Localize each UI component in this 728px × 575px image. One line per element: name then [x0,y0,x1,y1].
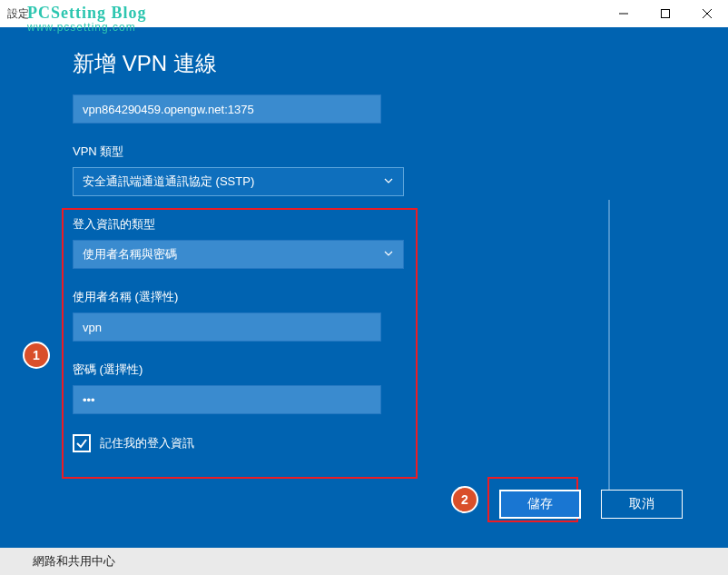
page-title: 新增 VPN 連線 [0,49,728,78]
signin-type-label: 登入資訊的類型 [73,216,472,233]
vpn-form: VPN 類型 安全通訊端通道通訊協定 (SSTP) 登入資訊的類型 使用者名稱與… [0,94,472,452]
window-title: 設定 [7,6,29,22]
server-input[interactable] [73,94,381,124]
annotation-badge-1: 1 [23,342,50,369]
window-controls [603,0,728,27]
titlebar: 設定 [0,0,728,27]
username-label: 使用者名稱 (選擇性) [73,289,472,305]
remember-checkbox[interactable] [73,434,91,452]
close-button[interactable] [686,0,728,27]
footer-text: 網路和共用中心 [33,553,115,570]
signin-type-group: 登入資訊的類型 使用者名稱與密碼 [73,216,472,269]
scrollbar[interactable] [608,200,610,491]
footer-strip: 網路和共用中心 [0,548,728,575]
username-input[interactable] [73,312,381,342]
cancel-button[interactable]: 取消 [601,490,683,519]
signin-type-value: 使用者名稱與密碼 [83,246,177,263]
password-label: 密碼 (選擇性) [73,362,472,378]
password-group: 密碼 (選擇性) [73,362,472,414]
username-group: 使用者名稱 (選擇性) [73,289,472,342]
chevron-down-icon [383,175,394,189]
vpn-type-label: VPN 類型 [73,144,472,160]
minimize-button[interactable] [603,0,644,27]
svg-rect-1 [662,10,670,18]
remember-row[interactable]: 記住我的登入資訊 [73,434,472,452]
vpn-type-group: VPN 類型 安全通訊端通道通訊協定 (SSTP) [73,144,472,196]
settings-body: 新增 VPN 連線 VPN 類型 安全通訊端通道通訊協定 (SSTP) 登入資訊… [0,27,728,548]
server-field-group [73,94,472,124]
remember-label: 記住我的登入資訊 [100,435,194,451]
save-button[interactable]: 儲存 [499,490,581,519]
signin-type-select[interactable]: 使用者名稱與密碼 [73,240,404,269]
annotation-badge-2: 2 [451,486,478,513]
dialog-buttons: 儲存 取消 [499,490,683,519]
password-input[interactable] [73,385,381,414]
vpn-type-select[interactable]: 安全通訊端通道通訊協定 (SSTP) [73,167,404,196]
chevron-down-icon [383,248,394,262]
maximize-button[interactable] [644,0,686,27]
check-icon [75,437,88,450]
vpn-type-value: 安全通訊端通道通訊協定 (SSTP) [83,173,254,190]
